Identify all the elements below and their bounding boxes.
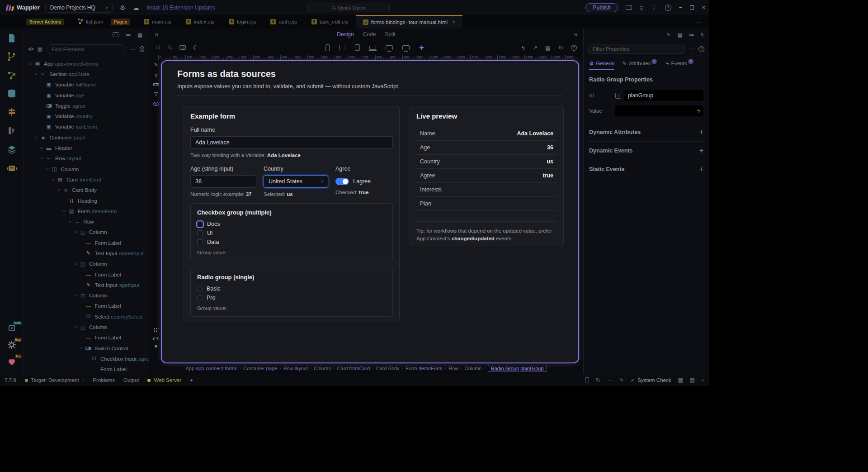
dark-mode-icon[interactable]: ☾	[193, 44, 198, 51]
code-view-icon[interactable]: </>	[28, 47, 33, 52]
breadcrumb-segment[interactable]: Column	[314, 366, 331, 371]
sort-icon[interactable]: ≔	[126, 32, 131, 38]
file-tab[interactable]: 5main.ejs	[137, 15, 179, 29]
device-preview-icon[interactable]	[585, 377, 589, 383]
sb-deploy-icon[interactable]: ▦	[678, 377, 683, 383]
large-display-icon[interactable]	[402, 45, 410, 50]
file-tab[interactable]: list.json	[71, 15, 110, 29]
redo-icon[interactable]: ↻	[168, 44, 173, 51]
visibility-eye-icon[interactable]	[153, 102, 159, 106]
rail-git-icon[interactable]	[6, 51, 18, 62]
help-icon[interactable]: ?	[665, 5, 671, 11]
unlink-icon[interactable]: ▦	[677, 32, 682, 38]
file-tab[interactable]: 5index.ejs	[179, 15, 222, 29]
web-server-button[interactable]: Web Server	[147, 377, 181, 383]
move-resize-icon[interactable]: ✚	[419, 44, 424, 51]
tree-item[interactable]: >Switch Control	[24, 343, 149, 353]
collapse-statusbar-icon[interactable]: >	[701, 379, 706, 381]
rail-ai-beta-icon[interactable]: Beta	[6, 322, 18, 334]
add-icon[interactable]: +	[699, 128, 703, 136]
page-canvas[interactable]: Forms as data sources Inputs expose valu…	[161, 60, 579, 363]
edit-tool-icon[interactable]: ✎	[154, 62, 158, 68]
breadcrumb-segment[interactable]: FormdemoForm	[406, 366, 443, 371]
file-tab[interactable]: 5task_edit.ejs	[304, 15, 356, 29]
tablet-icon[interactable]	[339, 45, 345, 50]
breadcrumb-segment[interactable]: Column	[465, 366, 482, 371]
breadcrumb-segment[interactable]: Row	[448, 366, 458, 371]
tree-item[interactable]: ☑Checkbox InputagreeSwi...	[24, 353, 149, 364]
rail-pages-icon[interactable]	[6, 32, 18, 44]
tree-item[interactable]: ▣VariablelastEvent	[24, 122, 149, 132]
mode-tab-split[interactable]: Split	[385, 31, 395, 38]
breadcrumb-segment[interactable]: Radio GroupplanGroup	[488, 365, 547, 372]
collapse-right-icon[interactable]: »	[574, 30, 578, 38]
rail-experimental-icon[interactable]: Exp	[6, 339, 18, 351]
props-tab-general[interactable]: ⚙General	[589, 57, 614, 70]
list-icon[interactable]: ≔	[689, 32, 694, 38]
droplet-icon[interactable]	[639, 5, 644, 10]
chevron-down-icon[interactable]: >	[72, 325, 79, 329]
tree-help-icon[interactable]: ?	[140, 46, 144, 52]
design-help-icon[interactable]: ?	[571, 45, 577, 51]
tab-close-icon[interactable]: ×	[452, 19, 455, 25]
tree-item[interactable]: >◫Column	[24, 322, 149, 332]
add-icon[interactable]: +	[699, 147, 703, 155]
rail-assistant-icon[interactable]	[6, 162, 18, 174]
agree-toggle[interactable]	[335, 178, 349, 185]
tree-item[interactable]: —Form Label	[24, 364, 149, 374]
rail-database-icon[interactable]	[6, 88, 18, 100]
tree-item[interactable]: ▣Variableage	[24, 90, 149, 100]
tree-item[interactable]: —Form Label	[24, 269, 149, 280]
props-section-dynamic-attributes[interactable]: Dynamic Attributes+	[589, 123, 703, 141]
qr-code-icon[interactable]: ▦	[545, 44, 551, 51]
tree-item[interactable]: >■Containerpage	[24, 132, 149, 143]
maximize-button[interactable]	[690, 5, 694, 10]
mode-tab-code[interactable]: Code	[363, 31, 376, 38]
checkbox-docs[interactable]	[197, 221, 203, 227]
rail-layers-icon[interactable]	[6, 143, 18, 155]
minimize-button[interactable]: −	[679, 4, 683, 11]
ruler-toggle-icon[interactable]	[153, 338, 159, 340]
chevron-down-icon[interactable]: >	[33, 135, 39, 140]
sb-refresh-icon[interactable]: ↻	[596, 377, 600, 383]
share-icon[interactable]: ↗	[533, 44, 538, 51]
chevron-down-icon[interactable]: >	[78, 346, 85, 351]
chevron-down-icon[interactable]: >	[61, 209, 67, 214]
tabbar-more-icon[interactable]: ⋯	[696, 19, 703, 25]
file-tab[interactable]: 5login.ejs	[222, 15, 263, 29]
chevron-down-icon[interactable]: >	[56, 188, 62, 192]
tree-item[interactable]: ▣Variablecountry	[24, 111, 149, 121]
breadcrumb-segment[interactable]: Appapp-connect-forms	[185, 366, 237, 371]
install-updates-link[interactable]: Install 15 Extension Updates	[146, 5, 215, 11]
lightning-icon[interactable]: ϟ	[522, 44, 525, 51]
mode-tab-design[interactable]: Design	[337, 31, 354, 38]
problems-button[interactable]: Problems	[93, 377, 115, 383]
measure-tool-icon[interactable]	[153, 83, 159, 86]
chevron-down-icon[interactable]: >	[50, 177, 56, 182]
tree-item[interactable]: ☑SelectcountrySelect	[24, 311, 149, 322]
tree-item[interactable]: >»SectionappState	[24, 69, 149, 79]
breadcrumb-segment[interactable]: Containerpage	[243, 366, 277, 371]
collapse-left-icon[interactable]: «	[155, 30, 159, 38]
chevron-down-icon[interactable]: >	[44, 167, 51, 172]
props-help-icon[interactable]: ?	[698, 46, 704, 52]
tree-item[interactable]: >◫Column	[24, 259, 149, 269]
sb-more-icon[interactable]: ⋯	[607, 377, 613, 383]
full-name-input[interactable]	[190, 136, 393, 149]
flask-tool-icon[interactable]: ▽	[154, 91, 158, 97]
tree-item[interactable]: ✎Text InputnameInput	[24, 248, 149, 258]
country-select[interactable]: United States >	[264, 175, 328, 188]
tree-item[interactable]: ▣VariablefullName	[24, 80, 149, 90]
chevron-down-icon[interactable]: >	[67, 219, 73, 224]
edit-properties-icon[interactable]: ✎	[666, 32, 671, 38]
props-tab-attributes[interactable]: ✎Attributes0	[622, 57, 658, 70]
quick-open-button[interactable]: Quick Open	[307, 3, 390, 12]
chevron-down-icon[interactable]: >	[38, 156, 45, 161]
rail-routing-icon[interactable]	[6, 106, 18, 118]
props-section-static-events[interactable]: Static Events+	[589, 160, 703, 178]
find-elements-input[interactable]	[47, 44, 126, 54]
props-more-icon[interactable]: ⋯	[689, 46, 694, 52]
chevron-down-icon[interactable]: >	[27, 62, 33, 66]
radio-pro[interactable]	[197, 295, 203, 300]
tree-item[interactable]: —Form Label	[24, 333, 149, 343]
